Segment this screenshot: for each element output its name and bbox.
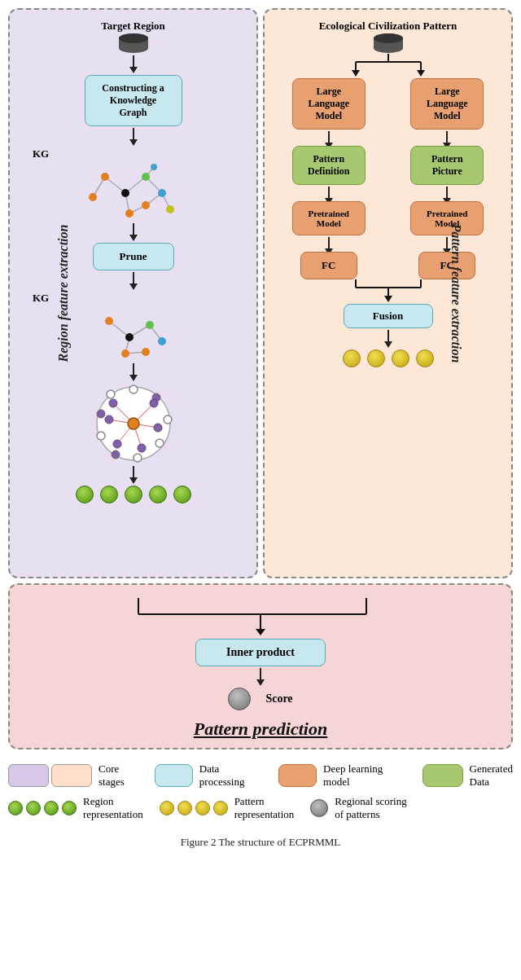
svg-point-58 bbox=[374, 43, 403, 53]
svg-point-43 bbox=[155, 439, 164, 447]
svg-point-18 bbox=[166, 205, 174, 213]
pattern-pic-col: PatternPicture bbox=[392, 146, 504, 185]
arrow3-region bbox=[129, 223, 138, 241]
legend-data-processing-label: Data processing bbox=[199, 762, 263, 789]
legend-core-stages: Core stages bbox=[8, 762, 138, 789]
svg-point-20 bbox=[151, 164, 157, 170]
region-label: Region feature extraction bbox=[56, 225, 71, 363]
svg-point-55 bbox=[109, 399, 117, 407]
legend-green-dots bbox=[8, 801, 77, 815]
svg-point-48 bbox=[107, 390, 115, 398]
score-label: Score bbox=[265, 692, 292, 705]
svg-point-59 bbox=[374, 33, 403, 43]
prune-box: Prune bbox=[93, 243, 174, 270]
svg-point-31 bbox=[158, 337, 166, 345]
svg-point-15 bbox=[142, 173, 150, 181]
yellow-dot-3 bbox=[392, 349, 409, 367]
circle-viz bbox=[93, 383, 174, 464]
yellow-dot-1 bbox=[343, 349, 361, 367]
svg-point-40 bbox=[129, 385, 138, 393]
svg-point-17 bbox=[158, 189, 166, 197]
kg-label1: KG bbox=[33, 147, 49, 160]
svg-marker-72 bbox=[384, 296, 392, 302]
svg-point-54 bbox=[105, 415, 113, 424]
legend-yellow-dot-1 bbox=[160, 801, 174, 815]
top-section: Region feature extraction Target Region bbox=[8, 8, 513, 578]
legend-yellow-dot-2 bbox=[177, 801, 192, 815]
region-panel-inner: Target Region Constructing aKnowledge Gr… bbox=[18, 20, 248, 567]
green-dot-4 bbox=[149, 486, 167, 503]
arrow-right-2 bbox=[392, 185, 504, 201]
svg-point-13 bbox=[121, 189, 129, 197]
legend-regional-scoring-label: Regional scoring of patterns bbox=[335, 795, 406, 821]
arrow5-region bbox=[129, 363, 138, 381]
right-col: Large LanguageModel bbox=[392, 78, 504, 130]
arrow-llm-row bbox=[273, 130, 503, 146]
legend-yellow-dots bbox=[160, 801, 228, 815]
score-row: Score bbox=[228, 688, 292, 710]
pattern-def-col: PatternDefinition bbox=[273, 146, 385, 185]
eco-label: Ecological Civilization Pattern bbox=[319, 20, 458, 33]
legend-green-dot-2 bbox=[26, 801, 41, 815]
legend-section: Core stages Data processing Deep learnin… bbox=[8, 762, 513, 849]
pattern-panel-inner: Ecological Civilization Pattern bbox=[273, 20, 503, 567]
fc-left-box: FC bbox=[300, 252, 357, 279]
legend-data-processing: Data processing bbox=[155, 762, 262, 789]
arrow1-region bbox=[129, 55, 138, 73]
legend-green-dot-4 bbox=[62, 801, 77, 815]
svg-point-19 bbox=[89, 193, 97, 201]
target-region-label: Target Region bbox=[101, 20, 165, 33]
svg-point-52 bbox=[138, 444, 146, 452]
svg-point-51 bbox=[154, 424, 162, 432]
pretrained-row: Pretrained Model Pretrained Model bbox=[273, 201, 503, 235]
left-col: Large LanguageModel bbox=[273, 78, 385, 130]
legend-green-dot-3 bbox=[44, 801, 59, 815]
arrow-inner bbox=[256, 668, 265, 686]
legend-peach-box bbox=[51, 764, 92, 787]
legend-gray-dot bbox=[310, 799, 328, 817]
arrow-left-1 bbox=[273, 130, 385, 146]
yellow-dots-row bbox=[343, 349, 434, 367]
svg-point-49 bbox=[128, 418, 139, 429]
green-dots-row bbox=[76, 486, 191, 503]
arrow-left-3 bbox=[273, 235, 385, 252]
legend-region-rep: Region representation bbox=[8, 795, 143, 821]
prediction-panel: Inner product Score Pattern prediction bbox=[8, 583, 513, 749]
green-dot-1 bbox=[76, 486, 94, 503]
pretrained-left-box: Pretrained Model bbox=[292, 201, 366, 235]
legend-row2: Region representation Pattern representa… bbox=[8, 795, 513, 821]
fc-row: FC FC bbox=[273, 252, 503, 279]
legend-generated-data: Generated Data bbox=[422, 762, 513, 789]
arrow2-region bbox=[129, 128, 138, 146]
svg-point-47 bbox=[97, 410, 105, 418]
legend-orange-box bbox=[278, 764, 317, 787]
construct-kg-box: Constructing aKnowledge Graph bbox=[85, 75, 182, 126]
svg-point-53 bbox=[113, 440, 121, 448]
pretrained-right-box: Pretrained Model bbox=[410, 201, 484, 235]
merge-arrow-svg bbox=[331, 279, 445, 304]
svg-marker-66 bbox=[417, 70, 425, 77]
green-dot-2 bbox=[100, 486, 118, 503]
kg-row2: KG bbox=[18, 292, 248, 305]
pattern-def-box: PatternDefinition bbox=[292, 146, 366, 185]
pretrained-right-col: Pretrained Model bbox=[392, 201, 504, 235]
region-panel: Region feature extraction Target Region bbox=[8, 8, 258, 578]
inner-product-box: Inner product bbox=[195, 639, 326, 666]
svg-point-50 bbox=[150, 399, 158, 407]
kg-row1: KG bbox=[18, 147, 248, 160]
svg-point-44 bbox=[134, 454, 142, 462]
split-arrow-svg bbox=[331, 54, 445, 78]
llm-row: Large LanguageModel Large LanguageModel bbox=[273, 78, 503, 130]
arrow-right-3 bbox=[392, 235, 504, 252]
kg-label2: KG bbox=[33, 292, 49, 305]
svg-point-3 bbox=[119, 33, 148, 43]
yellow-dot-4 bbox=[416, 349, 434, 367]
svg-point-46 bbox=[97, 432, 105, 440]
arrow-right-1 bbox=[392, 130, 504, 146]
pattern-pic-box: PatternPicture bbox=[410, 146, 484, 185]
arrow-left-2 bbox=[273, 185, 385, 201]
arrow-def-row bbox=[273, 185, 503, 201]
svg-point-28 bbox=[105, 317, 113, 325]
db-icon-pattern bbox=[370, 33, 406, 54]
pattern-panel: Pattern feature extraction Ecological Ci… bbox=[263, 8, 513, 578]
